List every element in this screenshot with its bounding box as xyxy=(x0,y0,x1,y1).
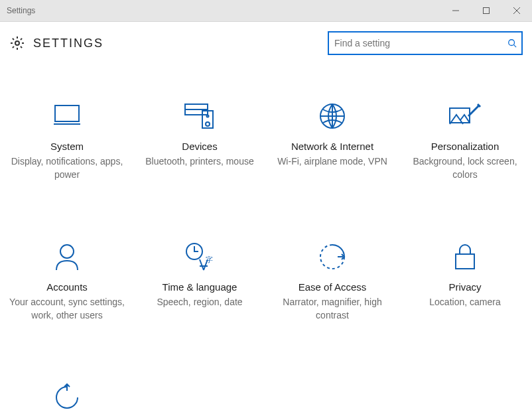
tile-desc: Bluetooth, printers, mouse xyxy=(137,155,261,168)
tile-personalization[interactable]: Personalization Background, lock screen,… xyxy=(399,100,531,181)
search-box[interactable] xyxy=(328,31,523,55)
tile-title: Network & Internet xyxy=(287,140,377,153)
title-bar: Settings xyxy=(0,0,532,22)
svg-point-6 xyxy=(206,122,210,126)
settings-grid: System Display, notifications, apps, pow… xyxy=(0,100,532,420)
close-button[interactable] xyxy=(501,0,532,21)
tile-title: Accounts xyxy=(42,281,92,294)
tile-privacy[interactable]: Privacy Location, camera xyxy=(399,241,531,322)
svg-rect-13 xyxy=(456,254,474,269)
svg-text:字: 字 xyxy=(206,255,213,263)
window-controls xyxy=(440,0,532,21)
tile-desc: Speech, region, date xyxy=(149,295,250,309)
globe-icon xyxy=(318,100,347,132)
tile-accounts[interactable]: Accounts Your account, sync settings, wo… xyxy=(1,241,133,322)
tile-title: System xyxy=(46,140,88,153)
tile-desc: Wi-Fi, airplane mode, VPN xyxy=(269,155,395,168)
ease-of-access-icon xyxy=(318,241,347,273)
tile-desc: Display, notifications, apps, power xyxy=(1,155,133,181)
header-left: SETTINGS xyxy=(9,35,103,51)
header: SETTINGS xyxy=(0,22,532,55)
accounts-icon xyxy=(54,241,80,273)
svg-point-7 xyxy=(207,115,209,117)
personalization-icon xyxy=(448,100,482,132)
svg-rect-3 xyxy=(55,105,79,121)
tile-update-security[interactable]: Update & security xyxy=(1,382,133,420)
tile-time-language[interactable]: 字 Time & language Speech, region, date xyxy=(133,241,266,322)
page-title: SETTINGS xyxy=(33,36,103,50)
search-input[interactable] xyxy=(329,38,503,48)
devices-icon xyxy=(184,100,216,132)
maximize-button[interactable] xyxy=(471,0,501,21)
svg-point-1 xyxy=(15,41,19,45)
search-icon xyxy=(503,38,521,48)
tile-title: Ease of Access xyxy=(295,281,371,294)
svg-point-10 xyxy=(60,245,74,258)
tile-desc: Location, camera xyxy=(421,295,508,309)
tile-ease-of-access[interactable]: Ease of Access Narrator, magnifier, high… xyxy=(266,241,399,322)
update-icon xyxy=(52,382,82,413)
svg-point-2 xyxy=(509,40,515,46)
tile-title: Privacy xyxy=(444,281,485,294)
lock-icon xyxy=(453,241,477,273)
gear-icon xyxy=(9,35,25,51)
svg-rect-0 xyxy=(484,8,490,14)
tile-desc: Narrator, magnifier, high contrast xyxy=(266,295,399,322)
minimize-button[interactable] xyxy=(440,0,471,21)
time-language-icon: 字 xyxy=(184,241,216,273)
tile-title: Devices xyxy=(178,140,221,153)
tile-desc: Your account, sync settings, work, other… xyxy=(1,295,133,322)
tile-network[interactable]: Network & Internet Wi-Fi, airplane mode,… xyxy=(266,100,399,181)
tile-devices[interactable]: Devices Bluetooth, printers, mouse xyxy=(133,100,266,181)
tile-title: Personalization xyxy=(427,140,503,153)
window-title: Settings xyxy=(0,6,42,15)
tile-title: Time & language xyxy=(159,281,241,294)
system-icon xyxy=(52,100,82,132)
tile-desc: Background, lock screen, colors xyxy=(399,155,531,181)
tile-system[interactable]: System Display, notifications, apps, pow… xyxy=(1,100,133,181)
